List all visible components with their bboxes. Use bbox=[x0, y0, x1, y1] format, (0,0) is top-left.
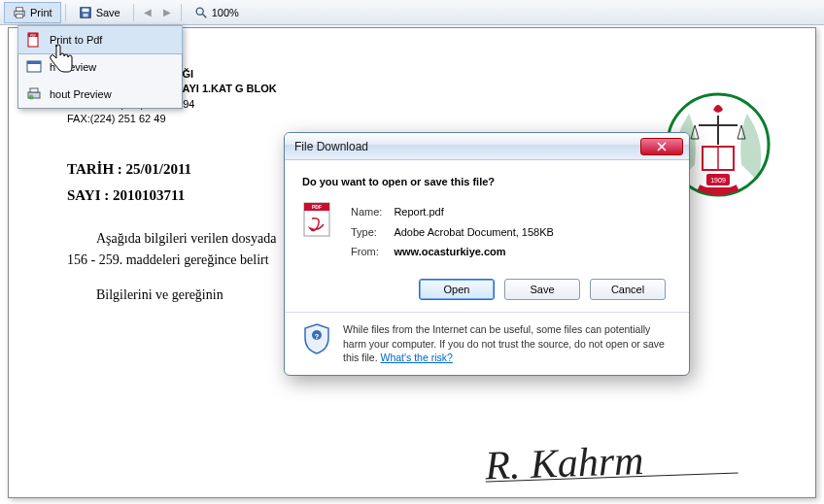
meta-type-value: Adobe Acrobat Document, 158KB bbox=[394, 223, 554, 242]
svg-rect-1 bbox=[17, 7, 23, 11]
dialog-separator bbox=[285, 312, 689, 313]
close-button[interactable] bbox=[640, 138, 683, 155]
svg-point-7 bbox=[196, 8, 203, 15]
dialog-info: PDF Name:Report.pdf Type:Adobe Acrobat D… bbox=[302, 201, 671, 263]
nav-prev[interactable]: ◀ bbox=[138, 4, 157, 20]
close-icon bbox=[657, 142, 667, 151]
meta-from-value: www.ocasturkiye.com bbox=[394, 243, 554, 261]
svg-rect-2 bbox=[17, 14, 23, 17]
meta-from-label: From: bbox=[351, 243, 392, 261]
shield-icon: ? bbox=[302, 322, 331, 355]
printer-small-icon bbox=[26, 86, 42, 102]
dialog-buttons: Open Save Cancel bbox=[302, 279, 671, 300]
print-dropdown: PDF Print to Pdf h Preview hout Preview bbox=[17, 25, 183, 109]
save-button[interactable]: Save bbox=[70, 2, 129, 23]
toolbar: Print Save ◀ ▶ 100% bbox=[0, 0, 824, 25]
file-download-dialog: File Download Do you want to open or sav… bbox=[284, 132, 690, 376]
dialog-titlebar[interactable]: File Download bbox=[285, 133, 689, 160]
open-button[interactable]: Open bbox=[419, 279, 495, 300]
menu-with-preview[interactable]: h Preview bbox=[18, 53, 182, 81]
menu-item-label: Print to Pdf bbox=[50, 34, 102, 46]
separator bbox=[65, 4, 66, 21]
file-metadata: Name:Report.pdf Type:Adobe Acrobat Docum… bbox=[349, 201, 556, 263]
svg-text:PDF: PDF bbox=[30, 34, 36, 38]
meta-name-value: Report.pdf bbox=[394, 203, 554, 221]
svg-text:?: ? bbox=[315, 332, 320, 341]
svg-text:1909: 1909 bbox=[710, 177, 726, 184]
svg-line-8 bbox=[202, 14, 206, 17]
svg-rect-6 bbox=[83, 13, 87, 17]
print-label: Print bbox=[30, 7, 52, 18]
window-icon bbox=[26, 59, 42, 75]
menu-item-label: h Preview bbox=[50, 61, 96, 73]
svg-point-3 bbox=[22, 12, 23, 13]
menu-item-label: hout Preview bbox=[50, 88, 112, 100]
nav-next[interactable]: ▶ bbox=[157, 4, 177, 20]
svg-rect-22 bbox=[30, 88, 38, 92]
meta-type-label: Type: bbox=[351, 223, 392, 242]
svg-text:PDF: PDF bbox=[312, 204, 322, 210]
magnifier-icon bbox=[194, 6, 208, 19]
dialog-question: Do you want to open or save this file? bbox=[302, 176, 671, 187]
menu-without-preview[interactable]: hout Preview bbox=[18, 81, 182, 108]
pdf-file-icon: PDF bbox=[302, 201, 335, 240]
menu-print-to-pdf[interactable]: PDF Print to Pdf bbox=[17, 25, 183, 54]
floppy-icon bbox=[79, 6, 92, 19]
whats-the-risk-link[interactable]: What's the risk? bbox=[381, 352, 453, 363]
dialog-title: File Download bbox=[294, 140, 640, 153]
svg-rect-5 bbox=[82, 8, 88, 12]
separator bbox=[181, 4, 182, 21]
meta-name-label: Name: bbox=[351, 203, 392, 221]
save-file-button[interactable]: Save bbox=[504, 279, 580, 300]
dialog-warning: ? While files from the Internet can be u… bbox=[302, 322, 671, 365]
zoom-control[interactable]: 100% bbox=[186, 2, 248, 23]
separator bbox=[133, 4, 134, 21]
svg-point-23 bbox=[29, 95, 34, 100]
warning-text-block: While files from the Internet can be use… bbox=[343, 322, 671, 365]
cancel-button[interactable]: Cancel bbox=[590, 279, 666, 300]
signature-text: R. Kahrm bbox=[484, 438, 644, 488]
printer-icon bbox=[13, 6, 26, 19]
pdf-small-icon: PDF bbox=[26, 32, 42, 48]
dialog-body: Do you want to open or save this file? P… bbox=[285, 160, 689, 375]
zoom-label: 100% bbox=[212, 7, 239, 18]
doc-fax: FAX:(224) 251 62 49 bbox=[67, 112, 757, 126]
svg-rect-20 bbox=[27, 61, 41, 64]
signature: R. Kahrm bbox=[484, 433, 738, 482]
save-label: Save bbox=[96, 7, 120, 18]
print-button[interactable]: Print bbox=[4, 2, 61, 23]
